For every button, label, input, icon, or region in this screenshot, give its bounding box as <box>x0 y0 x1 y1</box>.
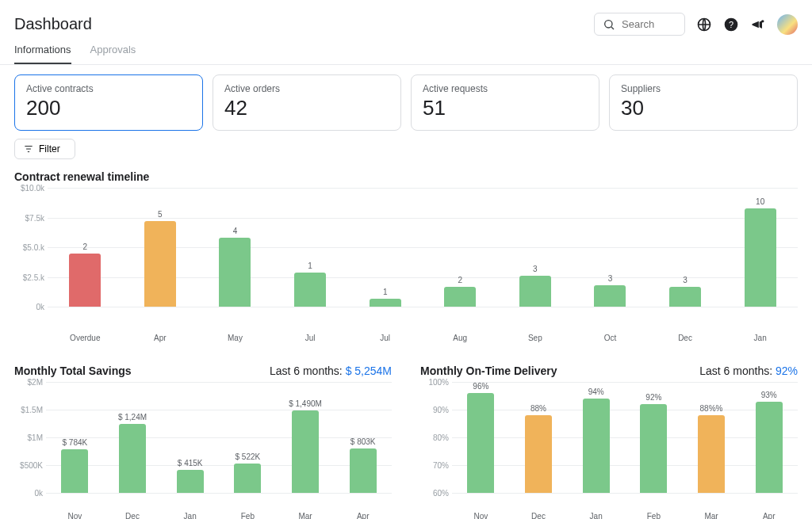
bar-value-label: 94% <box>588 387 604 396</box>
x-axis-label: Apr <box>123 334 198 342</box>
kpi-value: 51 <box>423 96 588 120</box>
bar-value-label: 5 <box>158 210 163 219</box>
bar-value-label: $ 803K <box>350 437 376 446</box>
tab-informations[interactable]: Informations <box>14 44 71 64</box>
chart-bar <box>756 402 783 494</box>
bar-value-label: 93% <box>761 391 777 399</box>
page-title: Dashboard <box>14 15 594 33</box>
chart-bar <box>292 410 319 493</box>
kpi-label: Active contracts <box>26 83 191 94</box>
kpi-card[interactable]: Active orders42 <box>213 74 401 131</box>
x-axis-label: Sep <box>498 334 573 342</box>
kpi-label: Suppliers <box>621 83 786 94</box>
x-axis-label: Dec <box>510 512 568 519</box>
chart-bar <box>234 464 261 493</box>
bar-value-label: 88% <box>530 404 546 413</box>
renewal-chart: 0k$2.5.k$5.0.k$7.5k$10.0k 25411233310 <box>14 188 798 330</box>
chart-bar <box>61 449 88 493</box>
kpi-card[interactable]: Active contracts200 <box>14 74 203 131</box>
bar-value-label: 3 <box>608 274 613 283</box>
bar-value-label: 1 <box>383 288 388 296</box>
bar-value-label: $ 522K <box>236 452 261 461</box>
bar-value-label: 3 <box>683 276 688 284</box>
x-axis-label: Mar <box>277 512 335 519</box>
x-axis-label: Jan <box>567 512 625 519</box>
chart-bar <box>594 285 626 307</box>
chart-bar <box>294 273 326 307</box>
kpi-card[interactable]: Active requests51 <box>411 74 599 131</box>
x-axis-label: Jan <box>722 334 798 342</box>
bar-value-label: 1 <box>308 261 312 270</box>
bar-value-label: 3 <box>533 265 538 273</box>
search-icon <box>603 18 615 31</box>
x-axis-label: Mar <box>683 512 741 519</box>
chart-bar <box>350 448 377 493</box>
x-axis-label: Jul <box>347 334 423 342</box>
search-box[interactable] <box>594 13 685 36</box>
otd-chart-title: Monthly On-Time Delivery <box>420 364 557 377</box>
x-axis-label: Apr <box>740 512 798 519</box>
chart-bar <box>219 238 251 307</box>
bar-value-label: 10 <box>756 197 764 206</box>
savings-subtitle: Last 6 months: $ 5,254M <box>270 364 392 377</box>
otd-chart: 60%70%80%90%100% 96%88%94%92%88%%93% <box>420 382 798 509</box>
chart-bar <box>370 299 401 307</box>
bar-value-label: $ 784K <box>62 438 87 447</box>
kpi-row: Active contracts200Active orders42Active… <box>0 65 812 131</box>
x-axis-label: Dec <box>648 334 723 342</box>
help-icon[interactable]: ? <box>723 17 739 32</box>
x-axis-label: Feb <box>625 512 683 519</box>
kpi-card[interactable]: Suppliers30 <box>609 74 798 131</box>
kpi-label: Active requests <box>423 83 588 94</box>
savings-chart-title: Monthly Total Savings <box>14 364 132 377</box>
x-axis-label: Apr <box>334 512 392 519</box>
chart-bar <box>519 276 551 307</box>
bar-value-label: $ 415K <box>178 459 203 467</box>
svg-point-5 <box>761 20 764 22</box>
filter-icon <box>23 143 34 155</box>
kpi-value: 30 <box>621 96 786 120</box>
avatar[interactable] <box>777 14 798 35</box>
tab-approvals[interactable]: Approvals <box>90 44 136 64</box>
x-axis-label: Jan <box>161 512 219 519</box>
kpi-label: Active orders <box>224 83 389 94</box>
x-axis-label: Overdue <box>48 334 123 342</box>
bar-value-label: 96% <box>473 382 488 391</box>
bar-value-label: 2 <box>83 242 88 251</box>
chart-bar <box>177 470 204 493</box>
chart-bar <box>640 404 667 493</box>
globe-icon[interactable] <box>696 17 712 32</box>
kpi-value: 200 <box>26 96 191 120</box>
search-input[interactable] <box>620 17 676 31</box>
chart-bar <box>467 393 494 493</box>
chart-bar <box>698 415 725 493</box>
x-axis-label: Oct <box>573 334 648 342</box>
chart-bar <box>69 254 101 307</box>
chart-bar <box>144 221 176 307</box>
filter-label: Filter <box>39 143 60 155</box>
x-axis-label: Dec <box>104 512 162 519</box>
bar-value-label: 92% <box>645 393 661 402</box>
chart-bar <box>745 208 776 307</box>
x-axis-label: May <box>197 334 273 342</box>
announcement-icon[interactable] <box>750 17 766 32</box>
bar-value-label: $ 1,490M <box>289 399 322 408</box>
chart-bar <box>669 287 701 307</box>
chart-bar <box>525 415 552 493</box>
chart-bar <box>583 399 610 493</box>
renewal-chart-title: Contract renewal timeline <box>14 170 798 183</box>
x-axis-label: Feb <box>219 512 277 519</box>
savings-chart: 0k$500K$1M$1.5M$2M $ 784K$ 1,24M$ 415K$ … <box>14 382 392 509</box>
bar-value-label: $ 1,24M <box>118 413 147 422</box>
bar-value-label: 2 <box>458 276 462 284</box>
x-axis-label: Nov <box>46 512 104 519</box>
bar-value-label: 4 <box>233 227 238 235</box>
filter-button[interactable]: Filter <box>14 139 75 159</box>
svg-text:?: ? <box>729 20 733 29</box>
x-axis-label: Nov <box>452 512 510 519</box>
svg-line-1 <box>611 27 614 29</box>
chart-bar <box>444 287 476 307</box>
bar-value-label: 88%% <box>700 404 723 413</box>
x-axis-label: Jul <box>273 334 348 342</box>
x-axis-label: Aug <box>423 334 498 342</box>
